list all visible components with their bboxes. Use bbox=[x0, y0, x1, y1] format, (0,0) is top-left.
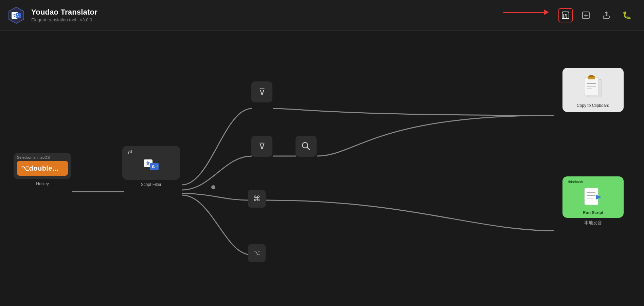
svg-rect-10 bbox=[603, 16, 609, 18]
filter-box-2: ⊽ bbox=[251, 136, 272, 157]
clipboard-icon bbox=[579, 73, 607, 100]
run-script-node[interactable]: /bin/bash Run Script 本地发音 bbox=[562, 176, 624, 226]
clipboard-box: Copy to Clipboard bbox=[562, 68, 624, 112]
hotkey-node[interactable]: Selection in macOS ⌥double... Hotkey bbox=[14, 153, 71, 186]
run-script-icon bbox=[581, 185, 605, 209]
filter-node-1[interactable]: ⊽ bbox=[251, 81, 272, 102]
clipboard-label: Copy to Clipboard bbox=[577, 103, 609, 108]
export-button[interactable] bbox=[599, 8, 613, 22]
search-box bbox=[296, 136, 317, 157]
run-script-sublabel: 本地发音 bbox=[584, 220, 602, 226]
app-title: Youdao Translator bbox=[31, 8, 97, 17]
svg-rect-26 bbox=[589, 75, 594, 77]
svg-marker-31 bbox=[596, 195, 602, 199]
cmd-symbol: ⌘ bbox=[253, 194, 261, 203]
run-script-box: /bin/bash Run Script bbox=[562, 176, 624, 218]
svg-text:A: A bbox=[151, 164, 155, 169]
filter-icon-1: ⊽ bbox=[259, 87, 265, 97]
svg-line-19 bbox=[307, 147, 310, 150]
alt-box: ⌥ bbox=[248, 244, 266, 262]
filter-icon-2: ⊽ bbox=[259, 141, 265, 152]
script-filter-label: Script Filter bbox=[141, 182, 162, 187]
svg-text:[/]: [/] bbox=[563, 13, 567, 18]
variables-button[interactable]: [/] bbox=[558, 8, 573, 22]
search-icon bbox=[301, 141, 311, 152]
cmd-box: ⌘ bbox=[248, 190, 266, 208]
clipboard-node[interactable]: Copy to Clipboard bbox=[562, 68, 624, 112]
debug-button[interactable]: 🐛 bbox=[620, 8, 634, 22]
app-subtitle: Elegant translation tool - v3.0.0 bbox=[31, 17, 97, 22]
header: 文 A Youdao Translator Elegant translatio… bbox=[0, 0, 644, 31]
hotkey-key: ⌥double... bbox=[17, 161, 68, 176]
svg-point-18 bbox=[302, 142, 308, 148]
svg-text:A: A bbox=[16, 14, 19, 18]
highlight-arrow bbox=[503, 9, 549, 15]
script-filter-node[interactable]: yd 文 A Script Filter bbox=[122, 146, 180, 187]
filter-box-1: ⊽ bbox=[251, 81, 272, 102]
workflow-canvas: Selection in macOS ⌥double... Hotkey yd … bbox=[0, 31, 644, 306]
alt-node[interactable]: ⌥ bbox=[248, 244, 266, 262]
hotkey-label: Hotkey bbox=[36, 181, 49, 186]
script-filter-box: yd 文 A bbox=[122, 146, 180, 180]
alt-symbol: ⌥ bbox=[253, 249, 261, 257]
add-button[interactable] bbox=[579, 8, 593, 22]
hotkey-top-label: Selection in macOS bbox=[17, 155, 68, 159]
cmd-node[interactable]: ⌘ bbox=[248, 190, 266, 208]
run-script-label: Run Script bbox=[583, 210, 604, 215]
svg-point-12 bbox=[211, 185, 215, 189]
search-node[interactable] bbox=[296, 136, 317, 157]
app-logo: 文 A bbox=[7, 6, 26, 25]
header-actions: [/] 🐛 bbox=[558, 8, 634, 22]
connections-svg bbox=[0, 31, 644, 306]
svg-text:文: 文 bbox=[146, 161, 150, 166]
script-filter-icon: 文 A bbox=[142, 156, 161, 175]
hotkey-box: Selection in macOS ⌥double... bbox=[14, 153, 71, 179]
run-script-bin: /bin/bash bbox=[568, 180, 583, 184]
script-filter-title: yd bbox=[128, 149, 132, 154]
filter-node-2[interactable]: ⊽ bbox=[251, 136, 272, 157]
header-text-group: Youdao Translator Elegant translation to… bbox=[31, 8, 97, 22]
